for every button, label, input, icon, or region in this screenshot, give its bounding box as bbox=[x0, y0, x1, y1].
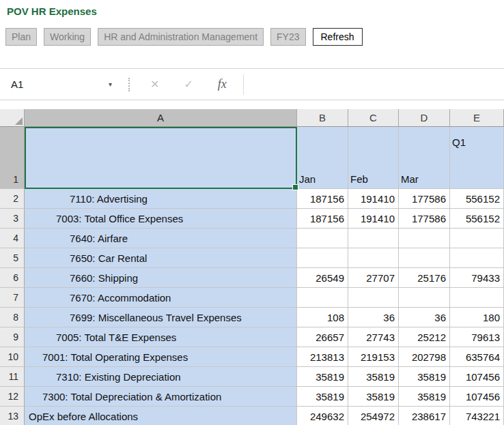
column-header-E[interactable]: E bbox=[450, 109, 504, 127]
data-cell[interactable]: 36 bbox=[399, 308, 450, 327]
row-header[interactable]: 6 bbox=[0, 268, 25, 288]
data-cell[interactable]: 177586 bbox=[399, 189, 450, 209]
formula-bar-grip-icon bbox=[128, 78, 130, 91]
member-cell[interactable]: 7670: Accommodation bbox=[25, 288, 297, 308]
data-cell[interactable] bbox=[450, 229, 504, 248]
data-cell[interactable]: 26657 bbox=[297, 327, 348, 347]
data-cell[interactable] bbox=[450, 288, 504, 308]
data-cell[interactable]: 254972 bbox=[348, 407, 399, 425]
select-all-triangle-icon bbox=[15, 117, 23, 125]
data-cell[interactable]: 191410 bbox=[348, 189, 399, 209]
cell-C1-feb[interactable]: Feb bbox=[348, 127, 399, 189]
data-cell[interactable] bbox=[297, 229, 348, 248]
row-header-1[interactable]: 1 bbox=[0, 127, 25, 189]
data-cell[interactable]: 107456 bbox=[450, 387, 504, 407]
data-cell[interactable]: 27743 bbox=[348, 327, 399, 347]
row-header[interactable]: 12 bbox=[0, 387, 25, 407]
enter-icon[interactable]: ✓ bbox=[184, 78, 193, 91]
cancel-icon[interactable]: ✕ bbox=[150, 78, 159, 91]
member-cell[interactable]: 7650: Car Rental bbox=[25, 248, 297, 268]
insert-function-icon[interactable]: fx bbox=[218, 77, 227, 91]
data-cell[interactable]: 743221 bbox=[450, 407, 504, 425]
pov-plan-button[interactable]: Plan bbox=[5, 28, 37, 46]
data-cell[interactable] bbox=[450, 248, 504, 268]
data-cell[interactable]: 107456 bbox=[450, 367, 504, 387]
data-cell[interactable]: 35819 bbox=[348, 387, 399, 407]
refresh-button[interactable]: Refresh bbox=[313, 28, 363, 46]
pov-year-button[interactable]: FY23 bbox=[270, 28, 305, 46]
select-all-corner[interactable] bbox=[0, 109, 25, 127]
row-header[interactable]: 13 bbox=[0, 407, 25, 425]
selected-cell-A1[interactable] bbox=[25, 127, 297, 189]
data-cell[interactable]: 25176 bbox=[399, 268, 450, 288]
data-cell[interactable]: 187156 bbox=[297, 189, 348, 209]
name-box-dropdown-icon[interactable]: ▾ bbox=[109, 80, 112, 88]
data-cell[interactable]: 25212 bbox=[399, 327, 450, 347]
member-cell[interactable]: OpEx before Allocations bbox=[25, 407, 297, 425]
data-cell[interactable]: 191410 bbox=[348, 209, 399, 229]
column-header-A[interactable]: A bbox=[25, 109, 297, 127]
data-cell[interactable]: 177586 bbox=[399, 209, 450, 229]
data-cell[interactable]: 635764 bbox=[450, 347, 504, 367]
data-cell[interactable]: 79613 bbox=[450, 327, 504, 347]
data-cell[interactable]: 35819 bbox=[297, 387, 348, 407]
formula-input[interactable] bbox=[249, 69, 504, 100]
data-cell[interactable] bbox=[348, 229, 399, 248]
data-cell[interactable] bbox=[348, 248, 399, 268]
pov-toolbar: Plan Working HR and Administration Manag… bbox=[5, 28, 363, 46]
column-header-D[interactable]: D bbox=[399, 109, 450, 127]
data-cell[interactable]: 219153 bbox=[348, 347, 399, 367]
pov-entity-button[interactable]: HR and Administration Management bbox=[98, 28, 264, 46]
pov-version-button[interactable]: Working bbox=[44, 28, 91, 46]
member-cell[interactable]: 7001: Total Operating Expenses bbox=[25, 347, 297, 367]
data-cell[interactable] bbox=[297, 288, 348, 308]
data-cell[interactable]: 35819 bbox=[297, 367, 348, 387]
data-cell[interactable] bbox=[399, 248, 450, 268]
member-cell[interactable]: 7005: Total T&E Expenses bbox=[25, 327, 297, 347]
data-cell[interactable]: 556152 bbox=[450, 209, 504, 229]
row-header[interactable]: 7 bbox=[0, 288, 25, 308]
member-cell[interactable]: 7300: Total Depreciation & Amortization bbox=[25, 387, 297, 407]
cell-D1-mar[interactable]: Mar bbox=[399, 127, 450, 189]
member-cell[interactable]: 7310: Existing Depreciation bbox=[25, 367, 297, 387]
data-cell[interactable]: 213813 bbox=[297, 347, 348, 367]
cell-B1-jan[interactable]: Jan bbox=[297, 127, 348, 189]
member-cell[interactable]: 7660: Shipping bbox=[25, 268, 297, 288]
data-cell[interactable]: 26549 bbox=[297, 268, 348, 288]
data-cell[interactable]: 108 bbox=[297, 308, 348, 327]
member-cell[interactable]: 7640: Airfare bbox=[25, 229, 297, 248]
data-cell[interactable]: 556152 bbox=[450, 189, 504, 209]
data-cell[interactable]: 35819 bbox=[399, 367, 450, 387]
member-cell[interactable]: 7699: Miscellaneous Travel Expenses bbox=[25, 308, 297, 327]
name-box[interactable]: A1 ▾ bbox=[7, 78, 116, 90]
data-cell[interactable] bbox=[297, 248, 348, 268]
data-cell[interactable]: 249632 bbox=[297, 407, 348, 425]
row-header[interactable]: 4 bbox=[0, 229, 25, 248]
data-cell[interactable]: 202798 bbox=[399, 347, 450, 367]
column-header-B[interactable]: B bbox=[297, 109, 348, 127]
data-cell[interactable]: 27707 bbox=[348, 268, 399, 288]
data-cell[interactable]: 35819 bbox=[348, 367, 399, 387]
column-header-C[interactable]: C bbox=[348, 109, 399, 127]
fill-handle[interactable] bbox=[292, 184, 298, 190]
data-cell[interactable]: 187156 bbox=[297, 209, 348, 229]
data-cell[interactable]: 79433 bbox=[450, 268, 504, 288]
row-header[interactable]: 11 bbox=[0, 367, 25, 387]
row-header[interactable]: 3 bbox=[0, 209, 25, 229]
data-cell[interactable]: 36 bbox=[348, 308, 399, 327]
name-box-value: A1 bbox=[11, 78, 23, 90]
data-cell[interactable] bbox=[399, 229, 450, 248]
row-header[interactable]: 2 bbox=[0, 189, 25, 209]
data-cell[interactable]: 180 bbox=[450, 308, 504, 327]
member-cell[interactable]: 7003: Total Office Expenses bbox=[25, 209, 297, 229]
row-header[interactable]: 9 bbox=[0, 327, 25, 347]
data-cell[interactable] bbox=[348, 288, 399, 308]
cell-E1-q1[interactable]: Q1 bbox=[450, 127, 504, 189]
data-cell[interactable] bbox=[399, 288, 450, 308]
data-cell[interactable]: 35819 bbox=[399, 387, 450, 407]
row-header[interactable]: 5 bbox=[0, 248, 25, 268]
member-cell[interactable]: 7110: Advertising bbox=[25, 189, 297, 209]
row-header[interactable]: 10 bbox=[0, 347, 25, 367]
row-header[interactable]: 8 bbox=[0, 308, 25, 327]
data-cell[interactable]: 238617 bbox=[399, 407, 450, 425]
